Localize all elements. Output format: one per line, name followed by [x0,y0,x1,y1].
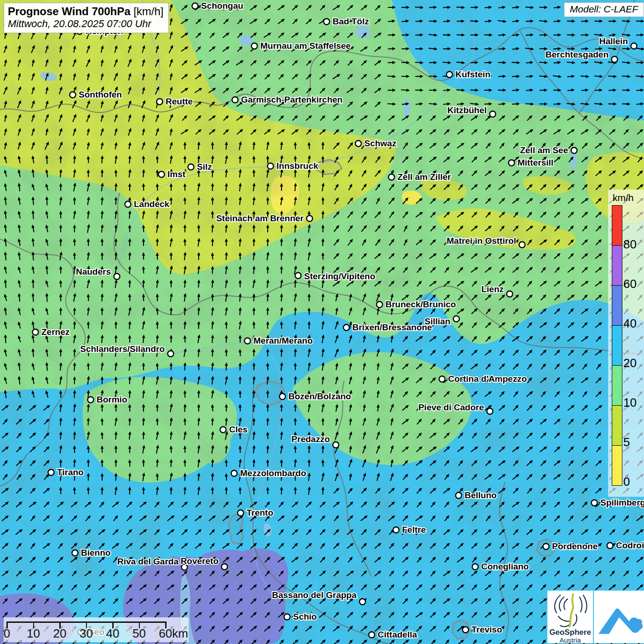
scale-bar: 0102030405060km [4,617,189,642]
city-label: Trento [247,508,273,518]
city-marker [125,201,131,207]
city-marker [231,471,237,477]
scale-label: 30 [80,627,93,641]
legend-tick-label: 60 [623,277,637,291]
city-label: Silz [197,162,212,172]
city-label: Sonthofen [79,90,122,99]
city-marker [238,510,244,516]
legend-segment [612,326,622,366]
city-label: Lienz [481,284,504,294]
mountain-logo [594,591,644,643]
city-marker [360,599,366,605]
city-label: Bozen/Bolzano [288,391,351,401]
city-marker [157,99,163,105]
city-label: Schwaz [364,138,397,148]
city-label: Bassano del Grappa [272,590,356,600]
city-label: Hallein [599,36,628,46]
city-label: Bruneck/Brunico [385,299,456,309]
city-marker [631,43,637,49]
scale-label: 20 [53,627,67,641]
city-marker [519,242,525,248]
legend-segment [612,286,622,326]
city-marker [114,274,120,280]
city-marker [507,291,513,297]
city-marker [393,527,399,533]
city-marker [571,148,577,154]
city-label: Kufstein [455,69,490,79]
title-unit: [km/h] [131,5,164,17]
title-box: Prognose Wind 700hPa [km/h] Mittwoch, 20… [4,3,169,33]
legend-tick-label: 0 [623,475,630,489]
city-label: Imst [167,169,186,179]
city-label: Pordenone [552,541,598,551]
city-marker [48,470,54,476]
geosphere-wordmark: GeoSphere [547,628,593,637]
legend-segment [612,206,622,246]
scale-label: 40 [106,627,120,641]
city-label: Cittadella [378,630,417,639]
legend-colorbar [612,205,622,486]
wind-forecast-map-page: SchongauBad TölzKemptenMurnau am Staffel… [0,0,644,644]
city-marker [222,564,228,570]
city-marker [70,92,76,98]
lake [570,152,577,168]
city-label: Innsbruck [276,161,318,171]
city-label: Nauders [76,267,111,276]
city-label: Tirano [57,467,84,477]
city-marker [159,172,165,178]
city-marker [284,614,290,620]
city-marker [490,111,496,117]
city-marker [543,544,549,550]
city-label: Treviso [472,625,502,634]
city-marker [454,316,460,322]
city-marker [487,408,493,414]
city-marker [509,160,515,166]
weather-map: SchongauBad TölzKemptenMurnau am Staffel… [0,0,644,644]
city-marker [88,397,94,403]
city-label: Zell am Ziller [397,172,451,182]
city-marker [377,302,383,308]
legend-segment [612,406,622,446]
city-label: Bienno [81,548,110,558]
city-label: Schongau [201,1,243,11]
city-marker [72,550,78,556]
city-label: Schlanders/Silandro [80,344,165,354]
scale-label: 50 [132,627,146,641]
city-label: Murnau am Staffelsee [260,41,351,51]
city-label: Reutte [166,97,193,106]
city-marker [324,19,330,25]
legend-tick-label: 20 [623,356,637,370]
legend-tick-label: 10 [623,396,637,410]
legend-segment [612,366,622,406]
city-marker [188,164,194,170]
city-label: Cles [229,425,247,434]
city-label: Mezzolombardo [240,468,306,478]
city-label: Steinach am Brenner [216,213,304,223]
city-marker [295,273,301,279]
city-label: Pieve di Cadore [418,402,484,412]
city-label: Berchtesgaden [546,50,609,59]
page-title: Prognose Wind 700hPa [km/h] [8,5,164,18]
city-label: Mittersill [518,158,553,167]
city-marker [472,564,478,570]
city-label: Codroipo [616,540,644,550]
city-marker [245,338,251,344]
title-parameter: Prognose Wind 700hPa [8,5,131,17]
geosphere-country: Austria [547,636,593,644]
city-marker [344,325,350,331]
city-marker [389,174,395,180]
city-label: Spilimbergo [600,498,644,507]
model-label: Modell: C-LAEF [564,2,644,17]
city-label: Zernez [41,327,69,337]
city-marker [456,493,462,499]
city-marker [252,43,258,49]
city-label: Meran/Merano [253,336,313,345]
city-marker [333,442,339,448]
city-marker [268,163,274,169]
city-label: Schio [293,612,317,621]
legend-tick-label: 5 [623,435,630,449]
city-marker [463,627,469,633]
city-label: Belluno [465,490,497,500]
scale-label: 10 [27,627,40,641]
city-marker [192,3,198,9]
